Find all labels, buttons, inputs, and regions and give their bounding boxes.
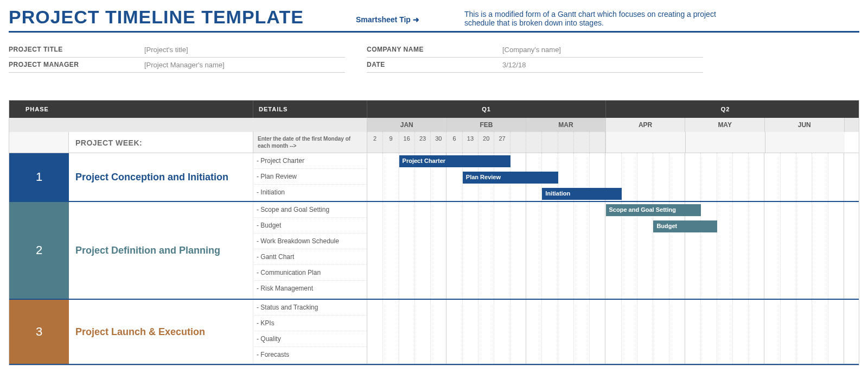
tip-link[interactable]: Smartsheet Tip ➜ xyxy=(356,7,464,24)
week-cell[interactable]: 30 xyxy=(431,132,446,153)
gantt-bar[interactable]: Plan Review xyxy=(463,172,558,184)
week-cell[interactable] xyxy=(542,132,558,153)
gantt-bar[interactable]: Budget xyxy=(653,220,717,232)
week-cell[interactable]: 27 xyxy=(494,132,510,153)
week-cell[interactable]: 2 xyxy=(367,132,383,153)
month-col: MAR xyxy=(526,118,606,132)
month-col: APR xyxy=(606,118,686,132)
project-week-label: PROJECT WEEK: xyxy=(69,132,253,153)
header-row-weeks: PROJECT WEEK: Enter the date of the firs… xyxy=(9,132,859,153)
week-cell[interactable] xyxy=(558,132,574,153)
week-cell[interactable]: 20 xyxy=(478,132,494,153)
month-col: FEB xyxy=(447,118,527,132)
meta-row: COMPANY NAME [Company's name] xyxy=(367,42,703,58)
detail-item[interactable]: - Plan Review xyxy=(253,169,367,185)
phase-number: 1 xyxy=(9,153,69,201)
meta-row: PROJECT TITLE [Project's title] xyxy=(9,42,345,58)
detail-item[interactable]: - Initiation xyxy=(253,185,367,200)
detail-item[interactable]: - Status and Tracking xyxy=(253,300,367,316)
detail-item[interactable]: - Work Breakdown Schedule xyxy=(253,234,367,249)
gantt-bar[interactable]: Initiation xyxy=(542,188,622,200)
detail-item[interactable]: - Project Charter xyxy=(253,153,367,169)
week-cell[interactable] xyxy=(526,132,542,153)
month-col: JAN xyxy=(367,118,447,132)
col-phase: PHASE xyxy=(9,100,253,118)
phase-name: Project Launch & Execution xyxy=(69,300,253,364)
week-cell[interactable]: 16 xyxy=(399,132,415,153)
month-col: MAY xyxy=(685,118,765,132)
detail-item[interactable]: - Gantt Chart xyxy=(253,249,367,265)
page-title: PROJECT TIMELINE TEMPLATE xyxy=(9,7,356,31)
meta-value[interactable]: [Company's name] xyxy=(502,46,561,54)
header-row-1: PHASE DETAILS Q1 Q2 xyxy=(9,100,859,118)
header: PROJECT TIMELINE TEMPLATE Smartsheet Tip… xyxy=(9,7,859,33)
meta-value[interactable]: 3/12/18 xyxy=(502,61,526,69)
gantt-area[interactable] xyxy=(367,300,859,364)
meta-label: DATE xyxy=(367,61,502,69)
detail-item[interactable]: - Communication Plan xyxy=(253,265,367,281)
phase-details: - Project Charter- Plan Review- Initiati… xyxy=(253,153,367,201)
col-details: DETAILS xyxy=(253,100,367,118)
week-cell[interactable]: 13 xyxy=(463,132,478,153)
week-cell[interactable]: 6 xyxy=(446,132,462,153)
phase-row: 3 Project Launch & Execution - Status an… xyxy=(9,300,859,365)
project-week-hint: Enter the date of the first Monday of ea… xyxy=(253,132,367,153)
week-cell[interactable] xyxy=(510,132,526,153)
week-cell[interactable]: 9 xyxy=(383,132,399,153)
detail-item[interactable]: - Risk Management xyxy=(253,281,367,296)
meta-value[interactable]: [Project Manager's name] xyxy=(144,61,225,69)
meta-label: PROJECT MANAGER xyxy=(9,61,144,69)
tip-text: This is a modified form of a Gantt chart… xyxy=(464,7,746,27)
detail-item[interactable]: - Scope and Goal Setting xyxy=(253,202,367,218)
week-cell[interactable] xyxy=(574,132,590,153)
meta-row: PROJECT MANAGER [Project Manager's name] xyxy=(9,58,345,73)
header-row-months: JANFEBMARAPRMAYJUN xyxy=(9,118,859,132)
phase-row: 2 Project Definition and Planning - Scop… xyxy=(9,202,859,300)
col-q2: Q2 xyxy=(606,100,845,118)
detail-item[interactable]: - KPIs xyxy=(253,316,367,331)
gantt-bar[interactable]: Project Charter xyxy=(399,155,510,167)
meta-label: COMPANY NAME xyxy=(367,46,502,54)
week-cell[interactable] xyxy=(590,132,605,153)
phase-details: - Status and Tracking- KPIs- Quality- Fo… xyxy=(253,300,367,364)
phase-details: - Scope and Goal Setting- Budget- Work B… xyxy=(253,202,367,299)
meta-value[interactable]: [Project's title] xyxy=(144,46,188,54)
timeline-grid: PHASE DETAILS Q1 Q2 JANFEBMARAPRMAYJUN P… xyxy=(9,100,859,365)
meta-label: PROJECT TITLE xyxy=(9,46,144,54)
detail-item[interactable]: - Quality xyxy=(253,331,367,347)
phase-name: Project Definition and Planning xyxy=(69,202,253,299)
meta-row: DATE 3/12/18 xyxy=(367,58,703,73)
gantt-area[interactable]: Project CharterPlan ReviewInitiation xyxy=(367,153,859,201)
gantt-bar[interactable]: Scope and Goal Setting xyxy=(606,204,701,216)
month-col: JUN xyxy=(765,118,845,132)
detail-item[interactable]: - Forecasts xyxy=(253,347,367,362)
col-q1: Q1 xyxy=(367,100,606,118)
phase-name: Project Conception and Initiation xyxy=(69,153,253,201)
phase-number: 3 xyxy=(9,300,69,364)
phase-row: 1 Project Conception and Initiation - Pr… xyxy=(9,153,859,202)
meta-block: PROJECT TITLE [Project's title] PROJECT … xyxy=(9,42,859,73)
detail-item[interactable]: - Budget xyxy=(253,218,367,234)
phase-number: 2 xyxy=(9,202,69,299)
week-cell[interactable]: 23 xyxy=(415,132,431,153)
gantt-area[interactable]: Scope and Goal SettingBudget xyxy=(367,202,859,299)
